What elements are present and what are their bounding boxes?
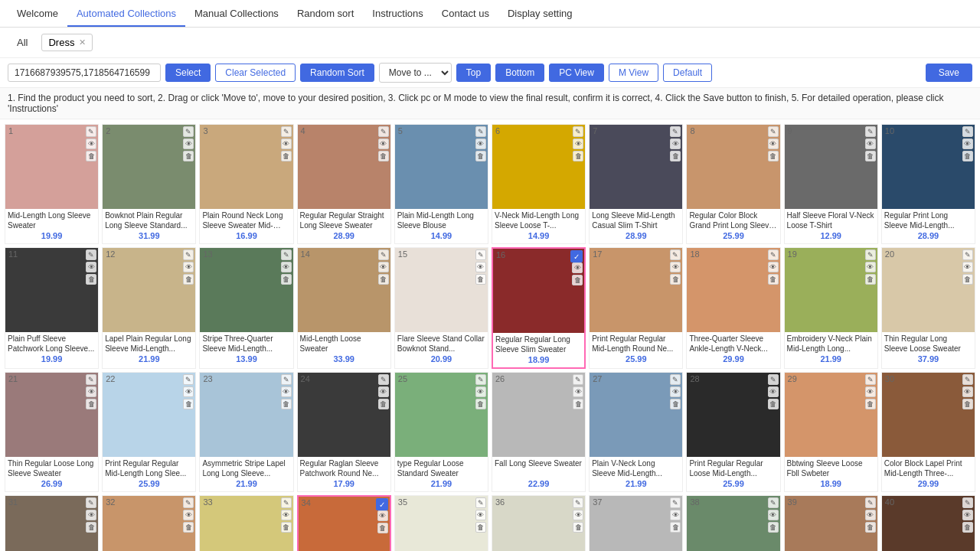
product-card-7[interactable]: 7 ✎ 👁 🗑 Long Sleeve Mid-Length Casual Sl… bbox=[589, 124, 683, 244]
edit-icon[interactable]: ✎ bbox=[962, 374, 973, 385]
edit-icon[interactable]: ✎ bbox=[183, 249, 194, 260]
edit-icon[interactable]: ✎ bbox=[183, 126, 194, 137]
product-card-10[interactable]: 10 ✎ 👁 🗑 Regular Print Long Sleeve Mid-L… bbox=[881, 124, 975, 244]
delete-icon[interactable]: 🗑 bbox=[865, 399, 876, 409]
nav-item-random[interactable]: Random sort bbox=[288, 2, 363, 27]
product-card-27[interactable]: 27 ✎ 👁 🗑 Plain V-Neck Long Sleeve Mid-Le… bbox=[589, 372, 683, 492]
top-button[interactable]: Top bbox=[456, 64, 491, 82]
save-button[interactable]: Save bbox=[926, 64, 972, 82]
eye-icon[interactable]: 👁 bbox=[865, 262, 876, 272]
edit-icon[interactable]: ✎ bbox=[475, 497, 486, 508]
product-card-21[interactable]: 21 ✎ 👁 🗑 Thin Regular Loose Long Sleeve … bbox=[5, 372, 99, 492]
edit-icon[interactable]: ✎ bbox=[768, 249, 779, 260]
eye-icon[interactable]: 👁 bbox=[962, 510, 973, 520]
eye-icon[interactable]: 👁 bbox=[573, 510, 583, 520]
edit-icon[interactable]: ✎ bbox=[378, 374, 389, 385]
eye-icon[interactable]: 👁 bbox=[670, 139, 681, 149]
eye-icon[interactable]: 👁 bbox=[86, 262, 96, 272]
edit-icon[interactable]: ✎ bbox=[475, 374, 486, 385]
product-card-37[interactable]: 37 ✎ 👁 🗑 bbox=[589, 495, 683, 551]
delete-icon[interactable]: 🗑 bbox=[378, 274, 389, 285]
edit-icon[interactable]: ✎ bbox=[183, 497, 194, 508]
edit-icon[interactable]: ✎ bbox=[378, 126, 389, 137]
nav-item-instructions[interactable]: Instructions bbox=[363, 2, 432, 27]
product-card-25[interactable]: 25 ✎ 👁 🗑 type Regular Loose Standard Swe… bbox=[394, 372, 488, 492]
eye-icon[interactable]: 👁 bbox=[768, 386, 779, 397]
product-card-6[interactable]: 6 ✎ 👁 🗑 V-Neck Mid-Length Long Sleeve Lo… bbox=[492, 124, 586, 244]
delete-icon[interactable]: 🗑 bbox=[865, 274, 876, 285]
delete-icon[interactable]: 🗑 bbox=[475, 274, 486, 285]
edit-icon[interactable]: ✎ bbox=[865, 249, 876, 260]
delete-icon[interactable]: 🗑 bbox=[573, 151, 583, 161]
edit-icon[interactable]: ✎ bbox=[670, 126, 681, 137]
edit-icon[interactable]: ✎ bbox=[475, 126, 486, 137]
edit-icon[interactable]: ✎ bbox=[281, 374, 292, 385]
nav-item-automated[interactable]: Automated Collections bbox=[67, 2, 185, 27]
eye-icon[interactable]: 👁 bbox=[281, 139, 292, 149]
eye-icon[interactable]: 👁 bbox=[573, 386, 583, 397]
eye-icon[interactable]: 👁 bbox=[86, 139, 96, 149]
product-card-15[interactable]: 15 ✎ 👁 🗑 Flare Sleeve Stand Collar Bowkn… bbox=[394, 247, 488, 369]
product-card-4[interactable]: 4 ✎ 👁 🗑 Regular Regular Straight Long Sl… bbox=[297, 124, 391, 244]
delete-icon[interactable]: 🗑 bbox=[670, 274, 681, 285]
select-button[interactable]: Select bbox=[165, 64, 211, 82]
eye-icon[interactable]: 👁 bbox=[962, 139, 973, 149]
product-card-8[interactable]: 8 ✎ 👁 🗑 Regular Color Block Grand Print … bbox=[686, 124, 780, 244]
product-card-35[interactable]: 35 ✎ 👁 🗑 bbox=[394, 495, 488, 551]
edit-icon[interactable]: ✎ bbox=[86, 126, 96, 137]
eye-icon[interactable]: 👁 bbox=[572, 262, 583, 273]
product-card-40[interactable]: 40 ✎ 👁 🗑 bbox=[881, 495, 975, 551]
eye-icon[interactable]: 👁 bbox=[670, 386, 681, 397]
delete-icon[interactable]: 🗑 bbox=[86, 274, 96, 285]
eye-icon[interactable]: 👁 bbox=[962, 262, 973, 272]
product-card-3[interactable]: 3 ✎ 👁 🗑 Plain Round Neck Long Sleeve Swe… bbox=[199, 124, 293, 244]
eye-icon[interactable]: 👁 bbox=[962, 386, 973, 397]
product-card-24[interactable]: 24 ✎ 👁 🗑 Regular Raglan Sleeve Patchwork… bbox=[297, 372, 391, 492]
edit-icon[interactable]: ✎ bbox=[86, 374, 96, 385]
edit-icon[interactable]: ✎ bbox=[865, 374, 876, 385]
product-card-36[interactable]: 36 ✎ 👁 🗑 bbox=[492, 495, 586, 551]
eye-icon[interactable]: 👁 bbox=[768, 139, 779, 149]
nav-item-manual[interactable]: Manual Collections bbox=[185, 2, 288, 27]
edit-icon[interactable]: ✎ bbox=[865, 126, 876, 137]
eye-icon[interactable]: 👁 bbox=[670, 262, 681, 272]
delete-icon[interactable]: 🗑 bbox=[573, 399, 583, 409]
eye-icon[interactable]: 👁 bbox=[281, 510, 292, 520]
edit-icon[interactable]: ✎ bbox=[378, 249, 389, 260]
edit-icon[interactable]: ✎ bbox=[573, 126, 583, 137]
random-sort-button[interactable]: Random Sort bbox=[300, 64, 374, 82]
edit-icon[interactable]: ✎ bbox=[183, 374, 194, 385]
edit-icon[interactable]: ✎ bbox=[281, 497, 292, 508]
product-card-13[interactable]: 13 ✎ 👁 🗑 Stripe Three-Quarter Sleeve Mid… bbox=[199, 247, 293, 369]
edit-icon[interactable]: ✎ bbox=[768, 497, 779, 508]
edit-icon[interactable]: ✎ bbox=[86, 249, 96, 260]
edit-icon[interactable]: ✎ bbox=[573, 497, 583, 508]
edit-icon[interactable]: ✎ bbox=[865, 497, 876, 508]
edit-icon[interactable]: ✎ bbox=[962, 249, 973, 260]
product-card-20[interactable]: 20 ✎ 👁 🗑 Thin Regular Long Sleeve Loose … bbox=[881, 247, 975, 369]
product-card-18[interactable]: 18 ✎ 👁 🗑 Three-Quarter Sleeve Ankle-Leng… bbox=[686, 247, 780, 369]
delete-icon[interactable]: 🗑 bbox=[865, 522, 876, 533]
delete-icon[interactable]: 🗑 bbox=[768, 522, 779, 533]
delete-icon[interactable]: 🗑 bbox=[475, 151, 486, 161]
product-card-17[interactable]: 17 ✎ 👁 🗑 Print Regular Regular Mid-Lengt… bbox=[589, 247, 683, 369]
product-card-31[interactable]: 31 ✎ 👁 🗑 bbox=[5, 495, 99, 551]
delete-icon[interactable]: 🗑 bbox=[183, 151, 194, 161]
move-to-select[interactable]: Move to ... bbox=[379, 63, 452, 83]
product-card-5[interactable]: 5 ✎ 👁 🗑 Plain Mid-Length Long Sleeve Blo… bbox=[394, 124, 488, 244]
edit-icon[interactable]: ✎ bbox=[768, 126, 779, 137]
nav-item-welcome[interactable]: Welcome bbox=[8, 2, 67, 27]
product-card-1[interactable]: 1 ✎ 👁 🗑 Mid-Length Long Sleeve Sweater 1… bbox=[5, 124, 99, 244]
product-card-23[interactable]: 23 ✎ 👁 🗑 Asymmetric Stripe Lapel Long Lo… bbox=[199, 372, 293, 492]
default-button[interactable]: Default bbox=[663, 64, 712, 82]
product-card-34[interactable]: 34 ✓ ✎ 👁 🗑 bbox=[297, 495, 391, 551]
eye-icon[interactable]: 👁 bbox=[378, 139, 389, 149]
eye-icon[interactable]: 👁 bbox=[768, 510, 779, 520]
delete-icon[interactable]: 🗑 bbox=[962, 399, 973, 409]
eye-icon[interactable]: 👁 bbox=[475, 139, 486, 149]
edit-icon[interactable]: ✎ bbox=[573, 374, 583, 385]
eye-icon[interactable]: 👁 bbox=[378, 262, 389, 272]
edit-icon[interactable]: ✎ bbox=[768, 374, 779, 385]
delete-icon[interactable]: 🗑 bbox=[378, 151, 389, 161]
id-input[interactable] bbox=[8, 64, 161, 82]
